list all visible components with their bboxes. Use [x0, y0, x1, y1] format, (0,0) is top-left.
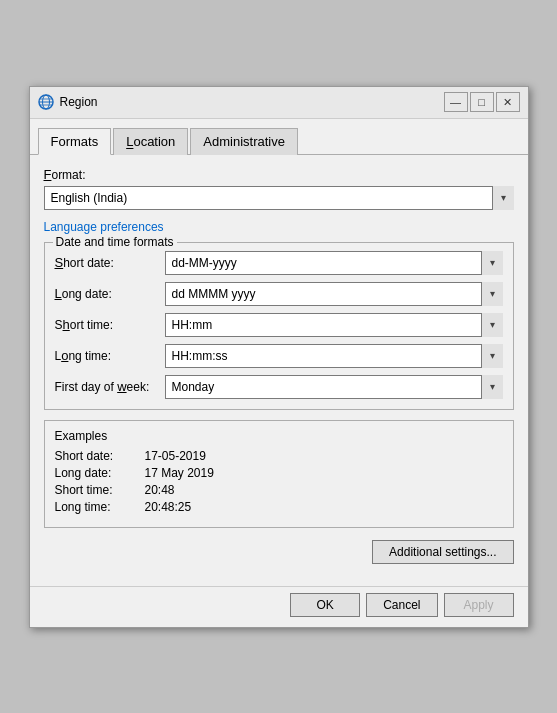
title-bar: Region — □ ✕ — [30, 87, 528, 119]
tab-location[interactable]: Location — [113, 128, 188, 155]
tab-formats-label: Formats — [51, 134, 99, 149]
title-bar-left: Region — [38, 94, 98, 110]
tab-administrative-label: Administrative — [203, 134, 285, 149]
examples-box: Examples Short date: 17-05-2019 Long dat… — [44, 420, 514, 528]
long-date-select-wrapper: dd MMMM yyyy MMMM dd, yyyy ▾ — [165, 282, 503, 306]
format-label: Format: — [44, 167, 514, 182]
example-long-date-label: Long date: — [55, 466, 145, 480]
long-date-row: Long date: dd MMMM yyyy MMMM dd, yyyy ▾ — [55, 282, 503, 306]
region-dialog: Region — □ ✕ Formats Location Administra… — [29, 86, 529, 628]
apply-button[interactable]: Apply — [444, 593, 514, 617]
content-area: Format: English (India) English (US) Eng… — [30, 155, 528, 586]
tab-location-label: Location — [126, 134, 175, 149]
minimize-button[interactable]: — — [444, 92, 468, 112]
bottom-buttons: OK Cancel Apply — [30, 586, 528, 627]
example-long-time-label: Long time: — [55, 500, 145, 514]
example-short-date-label: Short date: — [55, 449, 145, 463]
cancel-button[interactable]: Cancel — [366, 593, 437, 617]
first-day-label: First day of week: — [55, 379, 165, 394]
globe-icon — [38, 94, 54, 110]
date-time-formats-group: Date and time formats Short date: dd-MM-… — [44, 242, 514, 410]
example-short-time-label: Short time: — [55, 483, 145, 497]
example-long-date-row: Long date: 17 May 2019 — [55, 466, 503, 480]
maximize-button[interactable]: □ — [470, 92, 494, 112]
example-long-time-value: 20:48:25 — [145, 500, 192, 514]
long-time-row: Long time: HH:mm:ss hh:mm:ss tt ▾ — [55, 344, 503, 368]
long-time-select[interactable]: HH:mm:ss hh:mm:ss tt — [165, 344, 503, 368]
short-date-select[interactable]: dd-MM-yyyy MM/dd/yyyy yyyy-MM-dd — [165, 251, 503, 275]
short-time-select-wrapper: HH:mm hh:mm tt ▾ — [165, 313, 503, 337]
examples-title: Examples — [55, 429, 503, 443]
short-date-label: Short date: — [55, 255, 165, 270]
example-short-date-row: Short date: 17-05-2019 — [55, 449, 503, 463]
short-time-select[interactable]: HH:mm hh:mm tt — [165, 313, 503, 337]
format-select[interactable]: English (India) English (US) English (UK… — [44, 186, 514, 210]
date-time-formats-title: Date and time formats — [53, 235, 177, 249]
short-time-label: Short time: — [55, 317, 165, 332]
short-date-select-wrapper: dd-MM-yyyy MM/dd/yyyy yyyy-MM-dd ▾ — [165, 251, 503, 275]
additional-settings-button[interactable]: Additional settings... — [372, 540, 513, 564]
example-short-time-value: 20:48 — [145, 483, 175, 497]
language-preferences-link[interactable]: Language preferences — [44, 220, 514, 234]
short-date-row: Short date: dd-MM-yyyy MM/dd/yyyy yyyy-M… — [55, 251, 503, 275]
ok-button[interactable]: OK — [290, 593, 360, 617]
tab-administrative[interactable]: Administrative — [190, 128, 298, 155]
window-title: Region — [60, 95, 98, 109]
long-time-label: Long time: — [55, 348, 165, 363]
first-day-select[interactable]: Monday Sunday Saturday — [165, 375, 503, 399]
example-long-time-row: Long time: 20:48:25 — [55, 500, 503, 514]
long-time-select-wrapper: HH:mm:ss hh:mm:ss tt ▾ — [165, 344, 503, 368]
tabs-bar: Formats Location Administrative — [30, 119, 528, 155]
title-bar-controls: — □ ✕ — [444, 92, 520, 112]
first-day-row: First day of week: Monday Sunday Saturda… — [55, 375, 503, 399]
short-time-row: Short time: HH:mm hh:mm tt ▾ — [55, 313, 503, 337]
additional-btn-row: Additional settings... — [44, 540, 514, 572]
example-short-time-row: Short time: 20:48 — [55, 483, 503, 497]
long-date-label: Long date: — [55, 286, 165, 301]
close-button[interactable]: ✕ — [496, 92, 520, 112]
long-date-select[interactable]: dd MMMM yyyy MMMM dd, yyyy — [165, 282, 503, 306]
tab-formats[interactable]: Formats — [38, 128, 112, 155]
example-long-date-value: 17 May 2019 — [145, 466, 214, 480]
first-day-select-wrapper: Monday Sunday Saturday ▾ — [165, 375, 503, 399]
format-select-wrapper: English (India) English (US) English (UK… — [44, 186, 514, 210]
example-short-date-value: 17-05-2019 — [145, 449, 206, 463]
